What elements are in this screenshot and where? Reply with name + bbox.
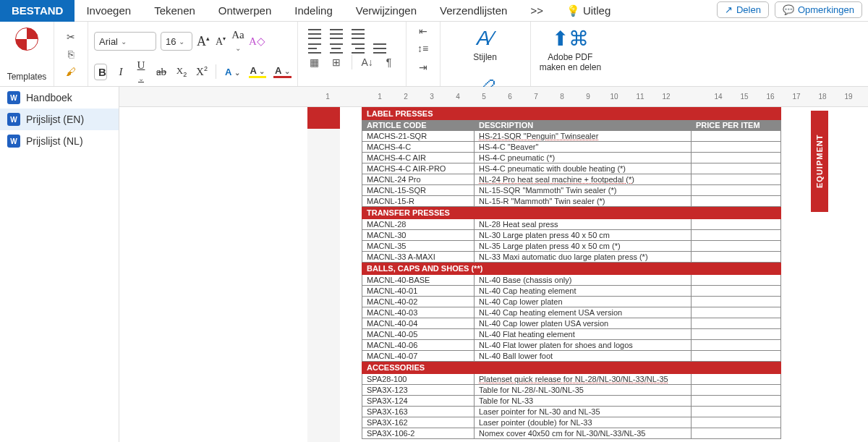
tab-help[interactable]: 💡Uitleg: [555, 0, 622, 22]
templates-logo-icon: [15, 27, 38, 51]
tab-references[interactable]: Verwijzingen: [344, 0, 428, 22]
highlight-button[interactable]: A ⌄: [249, 65, 267, 78]
table-row[interactable]: SPA3X-163Laser pointer for NL-30 and NL-…: [362, 407, 781, 417]
word-icon: W: [7, 135, 20, 148]
shading-button[interactable]: ▦: [308, 56, 321, 69]
equipment-tab: EQUIPMENT: [811, 111, 828, 212]
numbering-button[interactable]: [330, 29, 343, 39]
table-row[interactable]: MACHS-4-C AIR-PROHS-4-C pneumatic with d…: [362, 163, 781, 174]
word-icon: W: [7, 113, 20, 126]
document-area: 1123456789101112141516171819 EQUIPMENT L…: [119, 87, 868, 442]
superscript-button[interactable]: X2: [195, 65, 208, 78]
chevron-down-icon: ⌄: [121, 38, 127, 46]
tab-insert[interactable]: Invoegen: [75, 0, 142, 22]
font-color-button[interactable]: A ⌄: [273, 65, 292, 78]
table-row[interactable]: SPA28-100Platenset quick release for NL-…: [362, 374, 781, 385]
table-row[interactable]: MACNL-40-07NL-40 Ball lower foot: [362, 351, 781, 362]
font-name-select[interactable]: Arial⌄: [94, 32, 156, 51]
bullets-button[interactable]: [308, 29, 321, 39]
table-row[interactable]: MACNL-24 ProNL-24 Pro heat seal machine …: [362, 174, 781, 185]
tabs-more[interactable]: >>: [519, 0, 555, 22]
table-row[interactable]: MACNL-40-03NL-40 Cap heating element USA…: [362, 307, 781, 318]
share-icon: ↗: [725, 4, 733, 15]
strike-button[interactable]: ab: [155, 66, 168, 78]
align-right-button[interactable]: [352, 43, 365, 54]
indent-decrease-button[interactable]: ⇤: [417, 25, 430, 38]
ruler[interactable]: 1123456789101112141516171819: [119, 87, 868, 107]
line-spacing-button[interactable]: ↕≡: [417, 42, 430, 55]
page-margin-decor: [307, 107, 340, 442]
multilevel-button[interactable]: [352, 29, 365, 39]
table-row[interactable]: MACNL-30NL-30 Large platen press 40 x 50…: [362, 230, 781, 241]
show-marks-button[interactable]: ¶: [383, 56, 396, 69]
table-row[interactable]: SPA3X-106-2Nomex cover 40x50 cm for NL-3…: [362, 428, 781, 439]
text-effects-button[interactable]: A ⌄: [224, 67, 242, 77]
bold-button[interactable]: B: [94, 64, 107, 80]
table-row[interactable]: MACNL-40-BASENL-40 Base (chassis only): [362, 275, 781, 286]
table-row[interactable]: SPA3X-162Laser pointer (double) for NL-3…: [362, 417, 781, 428]
align-center-button[interactable]: [330, 43, 343, 54]
table-row[interactable]: MACNL-15-RNL-15-R "Mammoth" Twin sealer …: [362, 196, 781, 207]
comment-icon: 💬: [783, 4, 794, 15]
tab-layout[interactable]: Indeling: [283, 0, 344, 22]
tab-draw[interactable]: Tekenen: [142, 0, 207, 22]
templates-group[interactable]: Templates: [0, 22, 54, 86]
tab-design[interactable]: Ontwerpen: [207, 0, 283, 22]
chevron-down-icon: ⌄: [179, 38, 184, 46]
styles-button[interactable]: A⁄ Stijlen: [473, 26, 497, 62]
nav-item-handboek[interactable]: WHandboek: [0, 87, 119, 109]
word-icon: W: [7, 91, 20, 104]
comments-button[interactable]: 💬Opmerkingen: [775, 1, 862, 18]
grow-font-button[interactable]: A▴: [197, 34, 210, 49]
tab-mailings[interactable]: Verzendlijsten: [428, 0, 519, 22]
table-row[interactable]: MACNL-40-05NL-40 Flat heating element: [362, 329, 781, 340]
table-row[interactable]: MACNL-40-06NL-40 Flat lower platen for s…: [362, 340, 781, 351]
sort-button[interactable]: A↓: [361, 56, 374, 69]
table-row[interactable]: MACHS-21-SQRHS-21-SQR "Penguin" Twinseal…: [362, 131, 781, 142]
table-row[interactable]: MACNL-40-02NL-40 Cap lower platen: [362, 297, 781, 307]
copy-icon[interactable]: ⎘: [64, 48, 77, 61]
toolbar: Templates ✂ ⎘ 🖌 Arial⌄ 16⌄ A▴ A▾ Aa ⌄ A◇…: [0, 22, 868, 87]
table-row[interactable]: SPA3X-123Table for NL-28/-NL-30/NL-35: [362, 385, 781, 396]
adobe-group: ⬆⌘ Adobe PDFmaken en delen ✍ Vragen omha…: [531, 22, 610, 86]
table-row[interactable]: MACNL-40-04NL-40 Cap lower platen USA ve…: [362, 318, 781, 329]
subscript-button[interactable]: X2: [175, 65, 188, 78]
font-size-select[interactable]: 16⌄: [161, 32, 192, 51]
lightbulb-icon: 💡: [566, 4, 580, 17]
align-left-button[interactable]: [308, 43, 321, 54]
change-case-button[interactable]: Aa ⌄: [231, 29, 244, 54]
format-painter-icon[interactable]: 🖌: [64, 65, 77, 78]
content-area: WHandboek WPrijslijst (EN) WPrijslijst (…: [0, 87, 868, 442]
clear-format-button[interactable]: A◇: [249, 35, 262, 48]
table-row[interactable]: MACHS-4-CHS-4-C "Beaver": [362, 142, 781, 153]
pdf-icon: ⬆⌘: [552, 26, 589, 51]
justify-button[interactable]: [373, 43, 386, 54]
styles-group: A⁄ Stijlen 🖌 Deelvenster Stijlen: [441, 22, 531, 86]
nav-item-prijslijst-en[interactable]: WPrijslijst (EN): [0, 109, 119, 130]
table-row[interactable]: MACNL-28NL-28 Heat seal press: [362, 219, 781, 230]
table-row[interactable]: MACNL-40-01NL-40 Cap heating element: [362, 286, 781, 297]
borders-button[interactable]: ⊞: [330, 56, 343, 69]
navigation-panel: WHandboek WPrijslijst (EN) WPrijslijst (…: [0, 87, 119, 442]
nav-item-prijslijst-nl[interactable]: WPrijslijst (NL): [0, 130, 119, 152]
adobe-pdf-button[interactable]: ⬆⌘ Adobe PDFmaken en delen: [540, 26, 601, 73]
share-button[interactable]: ↗Delen: [717, 1, 769, 18]
table-row[interactable]: MACHS-4-C AIRHS-4-C pneumatic (*): [362, 153, 781, 163]
table-row[interactable]: MACNL-15-SQRNL-15-SQR "Mammoth" Twin sea…: [362, 185, 781, 196]
tab-file[interactable]: BESTAND: [0, 0, 75, 22]
underline-button[interactable]: U ⌄: [135, 59, 148, 84]
styles-icon: A⁄: [477, 26, 493, 51]
table-row[interactable]: SPA3X-124Table for NL-33: [362, 396, 781, 407]
ribbon-tabs: BESTAND Invoegen Tekenen Ontwerpen Indel…: [0, 0, 868, 22]
table-row[interactable]: MACNL-33 A-MAXINL-33 Maxi automatic duo …: [362, 252, 781, 263]
italic-button[interactable]: I: [114, 66, 127, 78]
cut-icon[interactable]: ✂: [64, 30, 77, 43]
indent-increase-button[interactable]: ⇥: [417, 61, 430, 74]
table-row[interactable]: MACNL-35NL-35 Large platen press 40 x 50…: [362, 241, 781, 252]
price-table[interactable]: LABEL PRESSESARTICLE CODEDESCRIPTIONPRIC…: [362, 107, 781, 439]
shrink-font-button[interactable]: A▾: [214, 35, 227, 48]
templates-label: Templates: [0, 72, 54, 82]
